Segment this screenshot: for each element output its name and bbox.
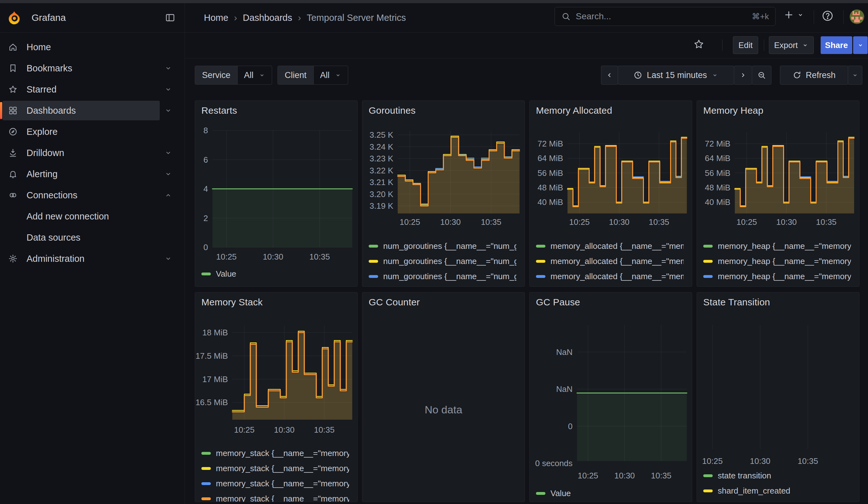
legend-series-label: num_goroutines {__name__="num_goroutines… <box>383 256 516 266</box>
sidebar-link[interactable]: Connections <box>2 185 160 205</box>
svg-text:3.22 K: 3.22 K <box>370 166 394 175</box>
svg-text:10:35: 10:35 <box>816 217 836 227</box>
svg-text:3.24 K: 3.24 K <box>370 142 394 152</box>
share-menu-button[interactable] <box>853 36 868 54</box>
time-range-picker[interactable]: Last 15 minutes <box>618 66 734 85</box>
zoom-out-icon <box>757 71 766 80</box>
chevron-down-icon[interactable] <box>160 164 177 184</box>
svg-text:2: 2 <box>204 214 208 223</box>
compass-icon <box>8 127 18 136</box>
search-input[interactable]: Search... ⌘+k <box>555 7 776 26</box>
legend-item[interactable]: num_goroutines {__name__="num_goroutines… <box>369 269 516 284</box>
zoom-out-button[interactable] <box>752 66 772 85</box>
legend-item[interactable]: memory_stack {__name__="memory_stack", s <box>202 445 349 461</box>
legend-series-label: memory_allocated {__name__="memory_alloc… <box>550 271 684 281</box>
sidebar-item-data-sources[interactable]: Data sources <box>2 228 177 247</box>
chevron-down-icon[interactable] <box>160 249 177 268</box>
panel-legend: Value <box>202 266 349 285</box>
grafana-logo-icon[interactable] <box>7 10 21 25</box>
legend-item[interactable]: num_goroutines {__name__="num_goroutines… <box>369 284 516 287</box>
share-button[interactable]: Share <box>821 36 852 54</box>
sidebar-link[interactable]: Explore <box>2 122 177 142</box>
legend-item[interactable]: shard_item_created <box>703 483 851 498</box>
svg-text:64 MiB: 64 MiB <box>538 154 563 163</box>
sidebar-item-administration[interactable]: Administration <box>2 249 177 268</box>
user-avatar[interactable] <box>850 10 864 24</box>
service-filter[interactable]: Service All <box>195 66 272 85</box>
legend-item[interactable]: memory_heap {__name__="memory_heap", se <box>703 284 851 287</box>
sidebar-link[interactable]: Dashboards <box>2 101 160 120</box>
chevron-down-icon[interactable] <box>160 101 177 120</box>
time-shift-back-button[interactable] <box>601 66 618 85</box>
active-indicator <box>0 102 2 119</box>
legend-item[interactable]: state transition <box>703 468 851 483</box>
legend-item[interactable]: memory_heap {__name__="memory_heap", se <box>703 238 851 254</box>
sidebar-item-alerting[interactable]: Alerting <box>2 164 177 184</box>
sidebar-item-starred[interactable]: Starred <box>2 80 177 99</box>
legend-item[interactable]: memory_allocated {__name__="memory_alloc… <box>536 238 684 254</box>
sidebar-item-home[interactable]: Home <box>2 37 177 57</box>
bookmark-icon <box>8 63 18 73</box>
favorite-star-icon[interactable] <box>693 39 704 50</box>
panel-legend: num_goroutines {__name__="num_goroutines… <box>369 238 516 287</box>
help-button[interactable] <box>821 10 834 22</box>
client-filter[interactable]: Client All <box>277 66 348 85</box>
edit-button[interactable]: Edit <box>733 36 758 54</box>
svg-text:10:30: 10:30 <box>750 456 771 466</box>
time-shift-forward-button[interactable] <box>734 66 752 85</box>
breadcrumb-dashboards[interactable]: Dashboards <box>243 13 292 23</box>
sidebar-link[interactable]: Alerting <box>2 164 160 184</box>
sidebar-item-explore[interactable]: Explore <box>2 122 177 142</box>
legend-item[interactable]: memory_allocated {__name__="memory_alloc… <box>536 254 684 269</box>
legend-item[interactable]: Value <box>202 266 349 281</box>
panel-title[interactable]: GC Counter <box>369 297 420 308</box>
refresh-interval-button[interactable] <box>848 66 862 85</box>
sidebar-link[interactable]: Drilldown <box>2 143 160 163</box>
svg-text:10:35: 10:35 <box>651 471 671 480</box>
svg-text:10:25: 10:25 <box>216 252 237 261</box>
export-button[interactable]: Export <box>769 36 814 54</box>
restarts-chart[interactable]: 8642010:2510:3010:35 <box>195 101 358 287</box>
refresh-button[interactable]: Refresh <box>780 66 848 85</box>
sidebar-link[interactable]: Administration <box>2 249 160 268</box>
legend-item[interactable]: memory_heap {__name__="memory_heap", se <box>703 254 851 269</box>
breadcrumb-home[interactable]: Home <box>204 13 228 23</box>
sidebar-item-drilldown[interactable]: Drilldown <box>2 143 177 163</box>
grid-icon <box>8 106 18 115</box>
legend-item[interactable]: Value <box>536 486 684 501</box>
sidebar-item-label: Explore <box>27 127 58 137</box>
sidebar-item-dashboards[interactable]: Dashboards <box>2 101 177 120</box>
chevron-down-icon[interactable] <box>160 143 177 163</box>
svg-text:10:35: 10:35 <box>798 456 818 466</box>
legend-series-marker <box>202 452 211 455</box>
legend-item[interactable]: memory_stack {__name__="memory_stack", s <box>202 491 349 502</box>
sidebar-link[interactable]: Data sources <box>2 228 177 247</box>
dock-menu-icon[interactable] <box>165 13 175 23</box>
sidebar-link[interactable]: Add new connection <box>2 207 177 226</box>
sidebar-item-bookmarks[interactable]: Bookmarks <box>2 59 177 78</box>
sidebar-link[interactable]: Starred <box>2 80 160 99</box>
svg-text:10:30: 10:30 <box>776 217 797 227</box>
legend-series-label: memory_stack {__name__="memory_stack", s <box>216 449 349 458</box>
sidebar-link[interactable]: Home <box>2 37 177 57</box>
search-icon <box>561 12 571 21</box>
legend-item[interactable]: memory_allocated {__name__="memory_alloc… <box>536 284 684 287</box>
client-filter-value[interactable]: All <box>313 66 348 84</box>
service-filter-value[interactable]: All <box>237 66 272 84</box>
chevron-down-icon[interactable] <box>160 80 177 99</box>
gc-pause-chart[interactable]: NaNNaN00 seconds10:2510:3010:35 <box>530 292 692 502</box>
sidebar-item-connections[interactable]: Connections <box>2 185 177 205</box>
legend-series-marker <box>369 245 378 248</box>
legend-item[interactable]: memory_heap {__name__="memory_heap", se <box>703 269 851 284</box>
sidebar-link[interactable]: Bookmarks <box>2 59 160 78</box>
svg-text:10:30: 10:30 <box>274 425 294 434</box>
legend-item[interactable]: num_goroutines {__name__="num_goroutines… <box>369 238 516 254</box>
legend-item[interactable]: memory_allocated {__name__="memory_alloc… <box>536 269 684 284</box>
legend-item[interactable]: num_goroutines {__name__="num_goroutines… <box>369 254 516 269</box>
legend-item[interactable]: memory_stack {__name__="memory_stack", s <box>202 476 349 491</box>
chevron-down-icon[interactable] <box>160 59 177 78</box>
new-menu-button[interactable] <box>783 10 804 20</box>
chevron-up-icon[interactable] <box>160 185 177 205</box>
legend-item[interactable]: memory_stack {__name__="memory_stack", s <box>202 461 349 476</box>
sidebar-item-add-new-connection[interactable]: Add new connection <box>2 207 177 226</box>
